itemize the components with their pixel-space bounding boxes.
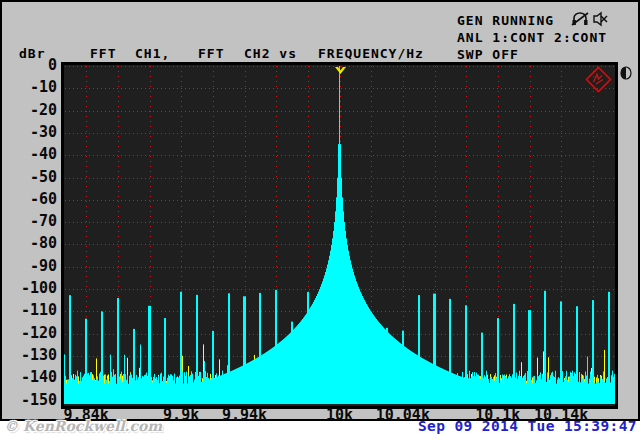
y-tick-label: -10: [2, 79, 57, 95]
y-tick-label: -130: [2, 347, 57, 363]
trace1-channel-label: CH1,: [135, 47, 170, 61]
y-tick-label: -40: [2, 146, 57, 162]
status-analyzer: ANL 1:CONT 2:CONT: [457, 30, 607, 45]
trace1-function-label: FFT: [90, 47, 116, 61]
x-tick-label: 9.9k: [163, 406, 199, 424]
x-tick-label: 9.94k: [222, 406, 267, 424]
status-sweep: SWP OFF: [457, 47, 519, 62]
trace2-function-label: FFT: [198, 47, 224, 61]
analyzer-screenshot: { "colors": { "panel": "#c2c2c2", "plot_…: [0, 0, 640, 436]
y-tick-label: -20: [2, 102, 57, 118]
y-tick-label: -100: [2, 280, 57, 296]
speaker-muted-icon: [592, 11, 608, 31]
y-tick-label: -120: [2, 325, 57, 341]
spectrum-plot: [61, 62, 618, 409]
y-tick-label: -80: [2, 235, 57, 251]
fft-spectrum-canvas: [64, 65, 615, 406]
instrument-screen: GEN RUNNING ANL 1:CONT 2:CONT SWP OFF dB…: [0, 0, 640, 421]
y-tick-label: -150: [2, 392, 57, 408]
y-tick-label: -60: [2, 191, 57, 207]
timestamp: Sep 09 2014 Tue 15:39:47: [418, 418, 637, 434]
y-tick-label: -70: [2, 213, 57, 229]
y-tick-label: -110: [2, 302, 57, 318]
rohde-schwarz-logo-icon: [585, 66, 612, 93]
y-tick-label: -50: [2, 169, 57, 185]
half-disc-handle-icon[interactable]: [620, 65, 632, 84]
trace2-channel-label: CH2 vs: [244, 47, 297, 61]
headphones-muted-icon: [571, 11, 589, 31]
peak-cursor-marker-icon: [335, 59, 346, 78]
watermark: © KenRockwell.com: [4, 418, 162, 434]
status-generator: GEN RUNNING: [457, 13, 554, 28]
y-tick-label: 0: [2, 57, 57, 73]
y-tick-label: -30: [2, 124, 57, 140]
y-tick-label: -90: [2, 258, 57, 274]
y-tick-label: -140: [2, 369, 57, 385]
x-tick-label: 10k: [326, 406, 353, 424]
